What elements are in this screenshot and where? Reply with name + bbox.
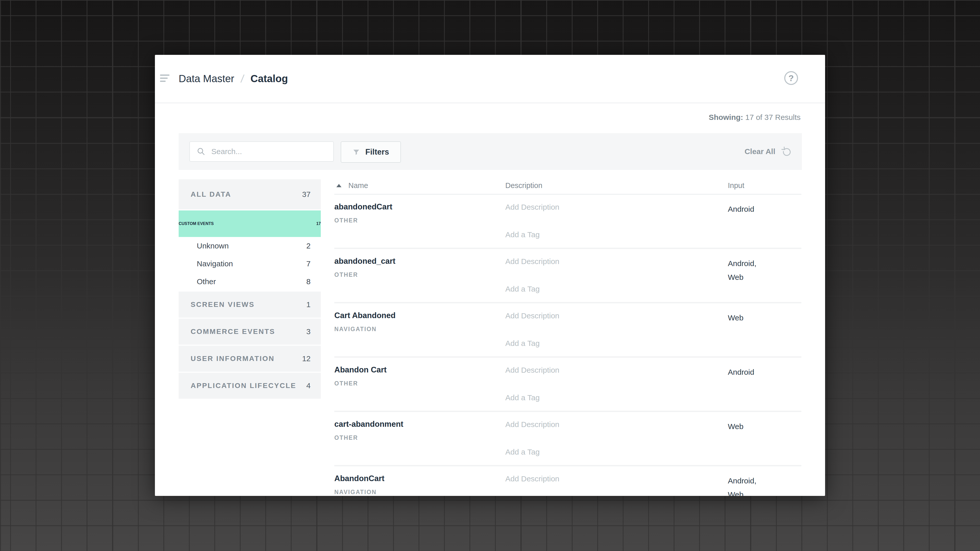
add-tag-button[interactable]: Add a Tag bbox=[505, 393, 540, 402]
panel-header: Data Master / Catalog ? bbox=[155, 55, 825, 103]
sidebar-item-label: ALL DATA bbox=[179, 190, 231, 198]
table-body: abandonedCart OTHER Add Description Add … bbox=[334, 195, 801, 496]
event-category-label: OTHER bbox=[334, 380, 358, 387]
event-name[interactable]: Abandon Cart bbox=[334, 365, 387, 375]
sort-ascending-icon[interactable] bbox=[336, 184, 342, 187]
event-name[interactable]: Cart Abandoned bbox=[334, 311, 396, 320]
event-category-label: NAVIGATION bbox=[334, 489, 377, 495]
event-category-label: OTHER bbox=[334, 434, 358, 441]
table-row[interactable]: abandonedCart OTHER Add Description Add … bbox=[334, 195, 801, 249]
clear-all-button[interactable]: Clear All bbox=[745, 133, 793, 170]
sidebar-item-screen-views[interactable]: SCREEN VIEWS 1 bbox=[179, 292, 321, 318]
sidebar-item-count: 8 bbox=[306, 277, 321, 286]
column-header-description: Description bbox=[505, 181, 542, 190]
sidebar-item-count: 2 bbox=[306, 241, 321, 250]
add-description-button[interactable]: Add Description bbox=[505, 475, 559, 483]
sidebar-item-label: USER INFORMATION bbox=[179, 354, 275, 363]
add-description-button[interactable]: Add Description bbox=[505, 203, 559, 211]
menu-icon-bar bbox=[160, 75, 169, 76]
menu-icon[interactable] bbox=[160, 75, 169, 84]
event-name[interactable]: cart-abandonment bbox=[334, 420, 403, 429]
event-inputs: Android, Web bbox=[728, 257, 756, 284]
table-row[interactable]: AbandonCart NAVIGATION Add Description A… bbox=[334, 466, 801, 496]
sidebar-item-label: APPLICATION LIFECYCLE bbox=[179, 382, 296, 390]
table-row[interactable]: Abandon Cart OTHER Add Description Add a… bbox=[334, 358, 801, 412]
sidebar-item-navigation[interactable]: Navigation 7 bbox=[179, 255, 321, 273]
sidebar-item-label: COMMERCE EVENTS bbox=[179, 327, 275, 336]
add-description-button[interactable]: Add Description bbox=[505, 420, 559, 429]
event-inputs: Android, Web bbox=[728, 474, 756, 496]
table-row[interactable]: abandoned_cart OTHER Add Description Add… bbox=[334, 249, 801, 303]
sidebar-item-commerce-events[interactable]: COMMERCE EVENTS 3 bbox=[179, 319, 321, 345]
results-summary-text: 17 of 37 Results bbox=[745, 113, 800, 121]
help-icon[interactable]: ? bbox=[784, 71, 798, 85]
filter-toolbar: Filters Clear All bbox=[179, 133, 802, 170]
add-description-button[interactable]: Add Description bbox=[505, 366, 559, 375]
sidebar-item-count: 1 bbox=[306, 300, 321, 309]
sidebar-item-unknown[interactable]: Unknown 2 bbox=[179, 237, 321, 255]
add-tag-button[interactable]: Add a Tag bbox=[505, 448, 540, 456]
sidebar-item-count: 3 bbox=[306, 327, 321, 336]
results-summary: Showing: 17 of 37 Results bbox=[709, 113, 800, 122]
catalog-panel: Data Master / Catalog ? Showing: 17 of 3… bbox=[155, 55, 825, 496]
table-header: Name Description Input bbox=[334, 179, 801, 195]
event-category-label: OTHER bbox=[334, 217, 358, 224]
results-summary-label: Showing: bbox=[709, 113, 743, 121]
column-header-input: Input bbox=[728, 181, 745, 190]
event-inputs: Android bbox=[728, 202, 754, 216]
event-inputs: Web bbox=[728, 420, 743, 433]
sidebar-item-count: 4 bbox=[306, 381, 321, 390]
filters-button-label: Filters bbox=[365, 148, 389, 157]
sidebar-item-custom-events[interactable]: CUSTOM EVENTS 17 bbox=[179, 210, 321, 237]
page-title: Catalog bbox=[251, 73, 288, 84]
event-category-label: NAVIGATION bbox=[334, 326, 377, 333]
clear-all-label: Clear All bbox=[745, 147, 775, 156]
sidebar-item-all-data[interactable]: ALL DATA 37 bbox=[179, 179, 321, 210]
events-table: Name Description Input abandonedCart OTH… bbox=[334, 179, 801, 496]
sidebar-item-label: Navigation bbox=[179, 259, 233, 268]
breadcrumb-separator: / bbox=[240, 73, 245, 85]
sidebar-item-other[interactable]: Other 8 bbox=[179, 273, 321, 291]
sidebar-item-count: 12 bbox=[302, 354, 321, 363]
event-inputs: Android bbox=[728, 365, 754, 379]
add-description-button[interactable]: Add Description bbox=[505, 257, 559, 266]
sidebar-item-label: SCREEN VIEWS bbox=[179, 300, 255, 309]
add-tag-button[interactable]: Add a Tag bbox=[505, 339, 540, 348]
search-box bbox=[189, 141, 334, 162]
breadcrumb-parent[interactable]: Data Master bbox=[179, 73, 234, 84]
sidebar-item-count: 7 bbox=[306, 259, 321, 268]
sidebar-item-user-information[interactable]: USER INFORMATION 12 bbox=[179, 346, 321, 372]
sidebar-item-application-lifecycle[interactable]: APPLICATION LIFECYCLE 4 bbox=[179, 373, 321, 399]
search-icon bbox=[197, 147, 206, 156]
add-tag-button[interactable]: Add a Tag bbox=[505, 230, 540, 239]
sidebar-item-count: 17 bbox=[316, 221, 321, 226]
column-header-name[interactable]: Name bbox=[348, 181, 368, 190]
content-area: ALL DATA 37 CUSTOM EVENTS 17 Unknown 2 N… bbox=[179, 179, 801, 496]
filters-button[interactable]: Filters bbox=[341, 141, 401, 163]
event-name[interactable]: abandonedCart bbox=[334, 202, 392, 211]
sidebar-item-label: Unknown bbox=[179, 241, 229, 250]
breadcrumb: Data Master / Catalog bbox=[179, 55, 288, 103]
add-description-button[interactable]: Add Description bbox=[505, 311, 559, 320]
add-tag-button[interactable]: Add a Tag bbox=[505, 285, 540, 293]
desktop-background: { "header": { "breadcrumb_parent": "Data… bbox=[0, 0, 980, 551]
menu-icon-bar bbox=[160, 81, 165, 82]
event-category-label: OTHER bbox=[334, 272, 358, 278]
event-inputs: Web bbox=[728, 311, 743, 325]
event-name[interactable]: abandoned_cart bbox=[334, 257, 395, 266]
menu-icon-bar bbox=[160, 78, 168, 79]
undo-icon bbox=[781, 146, 793, 157]
table-row[interactable]: cart-abandonment OTHER Add Description A… bbox=[334, 412, 801, 466]
category-sidebar: ALL DATA 37 CUSTOM EVENTS 17 Unknown 2 N… bbox=[179, 179, 321, 399]
table-row[interactable]: Cart Abandoned NAVIGATION Add Descriptio… bbox=[334, 303, 801, 358]
sidebar-item-count: 37 bbox=[302, 190, 321, 199]
sidebar-item-label: CUSTOM EVENTS bbox=[179, 221, 214, 226]
filter-funnel-icon bbox=[352, 148, 360, 156]
sidebar-item-label: Other bbox=[179, 277, 216, 286]
event-name[interactable]: AbandonCart bbox=[334, 474, 384, 483]
search-input[interactable] bbox=[211, 147, 324, 156]
